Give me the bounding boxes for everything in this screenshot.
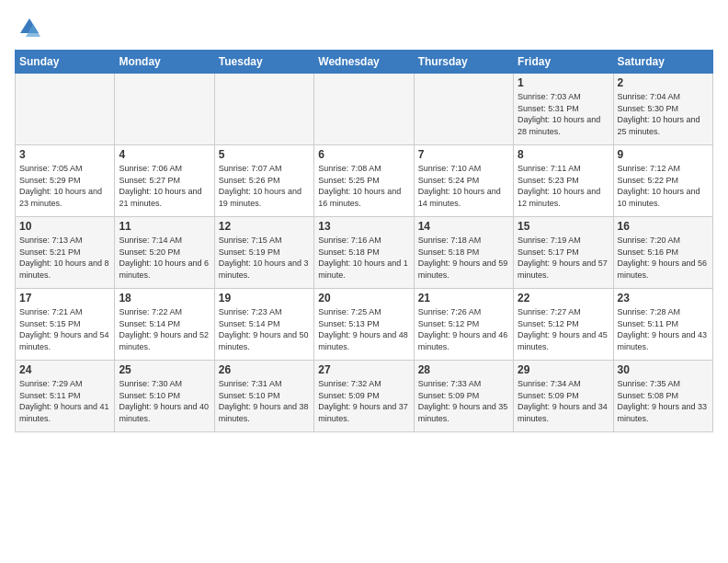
day-info: Sunrise: 7:04 AM Sunset: 5:30 PM Dayligh…: [618, 91, 709, 137]
day-info: Sunrise: 7:26 AM Sunset: 5:12 PM Dayligh…: [418, 306, 509, 352]
day-cell: 11Sunrise: 7:14 AM Sunset: 5:20 PM Dayli…: [115, 217, 214, 289]
header-monday: Monday: [115, 51, 214, 74]
day-cell: 21Sunrise: 7:26 AM Sunset: 5:12 PM Dayli…: [414, 289, 513, 361]
day-info: Sunrise: 7:31 AM Sunset: 5:10 PM Dayligh…: [219, 378, 310, 424]
day-info: Sunrise: 7:10 AM Sunset: 5:24 PM Dayligh…: [418, 163, 509, 209]
day-number: 4: [119, 148, 210, 161]
day-cell: 13Sunrise: 7:16 AM Sunset: 5:18 PM Dayli…: [314, 217, 414, 289]
day-info: Sunrise: 7:35 AM Sunset: 5:08 PM Dayligh…: [618, 378, 709, 424]
day-cell: 3Sunrise: 7:05 AM Sunset: 5:29 PM Daylig…: [16, 145, 115, 217]
header-friday: Friday: [514, 51, 613, 74]
day-number: 28: [418, 363, 509, 376]
day-cell: 19Sunrise: 7:23 AM Sunset: 5:14 PM Dayli…: [214, 289, 313, 361]
day-cell: [314, 74, 414, 145]
day-info: Sunrise: 7:21 AM Sunset: 5:15 PM Dayligh…: [19, 306, 110, 352]
day-cell: 20Sunrise: 7:25 AM Sunset: 5:13 PM Dayli…: [314, 289, 414, 361]
header: [15, 15, 713, 40]
day-cell: 29Sunrise: 7:34 AM Sunset: 5:09 PM Dayli…: [514, 361, 613, 432]
day-info: Sunrise: 7:05 AM Sunset: 5:29 PM Dayligh…: [19, 163, 110, 209]
day-cell: [414, 74, 513, 145]
day-number: 25: [119, 363, 210, 376]
day-number: 1: [518, 76, 609, 89]
day-number: 2: [618, 76, 709, 89]
day-cell: [16, 74, 115, 145]
day-number: 29: [518, 363, 609, 376]
day-cell: 5Sunrise: 7:07 AM Sunset: 5:26 PM Daylig…: [214, 145, 313, 217]
day-number: 7: [418, 148, 509, 161]
day-cell: 2Sunrise: 7:04 AM Sunset: 5:30 PM Daylig…: [613, 74, 712, 145]
day-info: Sunrise: 7:16 AM Sunset: 5:18 PM Dayligh…: [318, 235, 409, 281]
logo: [15, 15, 44, 40]
day-number: 3: [19, 148, 110, 161]
day-number: 14: [418, 220, 509, 233]
day-cell: 24Sunrise: 7:29 AM Sunset: 5:11 PM Dayli…: [16, 361, 115, 432]
day-cell: 18Sunrise: 7:22 AM Sunset: 5:14 PM Dayli…: [115, 289, 214, 361]
day-number: 21: [418, 292, 509, 304]
day-cell: 30Sunrise: 7:35 AM Sunset: 5:08 PM Dayli…: [613, 361, 712, 432]
day-info: Sunrise: 7:34 AM Sunset: 5:09 PM Dayligh…: [518, 378, 609, 424]
day-cell: 10Sunrise: 7:13 AM Sunset: 5:21 PM Dayli…: [16, 217, 115, 289]
header-saturday: Saturday: [613, 51, 712, 74]
header-row: SundayMondayTuesdayWednesdayThursdayFrid…: [16, 51, 713, 74]
day-number: 17: [19, 292, 110, 304]
day-cell: 26Sunrise: 7:31 AM Sunset: 5:10 PM Dayli…: [214, 361, 313, 432]
day-number: 30: [618, 363, 709, 376]
day-cell: 4Sunrise: 7:06 AM Sunset: 5:27 PM Daylig…: [115, 145, 214, 217]
day-number: 6: [318, 148, 409, 161]
day-cell: 14Sunrise: 7:18 AM Sunset: 5:18 PM Dayli…: [414, 217, 513, 289]
day-info: Sunrise: 7:33 AM Sunset: 5:09 PM Dayligh…: [418, 378, 509, 424]
day-info: Sunrise: 7:06 AM Sunset: 5:27 PM Dayligh…: [119, 163, 210, 209]
day-info: Sunrise: 7:23 AM Sunset: 5:14 PM Dayligh…: [219, 306, 310, 352]
day-number: 15: [518, 220, 609, 233]
day-cell: 7Sunrise: 7:10 AM Sunset: 5:24 PM Daylig…: [414, 145, 513, 217]
day-number: 16: [618, 220, 709, 233]
day-info: Sunrise: 7:15 AM Sunset: 5:19 PM Dayligh…: [219, 235, 310, 281]
week-row-3: 17Sunrise: 7:21 AM Sunset: 5:15 PM Dayli…: [16, 289, 713, 361]
day-number: 13: [318, 220, 409, 233]
week-row-4: 24Sunrise: 7:29 AM Sunset: 5:11 PM Dayli…: [16, 361, 713, 432]
day-info: Sunrise: 7:20 AM Sunset: 5:16 PM Dayligh…: [618, 235, 709, 281]
day-info: Sunrise: 7:27 AM Sunset: 5:12 PM Dayligh…: [518, 306, 609, 352]
day-info: Sunrise: 7:08 AM Sunset: 5:25 PM Dayligh…: [318, 163, 409, 209]
day-cell: 8Sunrise: 7:11 AM Sunset: 5:23 PM Daylig…: [514, 145, 613, 217]
week-row-0: 1Sunrise: 7:03 AM Sunset: 5:31 PM Daylig…: [16, 74, 713, 145]
day-cell: 15Sunrise: 7:19 AM Sunset: 5:17 PM Dayli…: [514, 217, 613, 289]
day-number: 19: [219, 292, 310, 304]
calendar-table: SundayMondayTuesdayWednesdayThursdayFrid…: [15, 50, 713, 432]
day-number: 22: [518, 292, 609, 304]
header-wednesday: Wednesday: [314, 51, 414, 74]
day-info: Sunrise: 7:18 AM Sunset: 5:18 PM Dayligh…: [418, 235, 509, 281]
day-info: Sunrise: 7:32 AM Sunset: 5:09 PM Dayligh…: [318, 378, 409, 424]
day-number: 24: [19, 363, 110, 376]
week-row-1: 3Sunrise: 7:05 AM Sunset: 5:29 PM Daylig…: [16, 145, 713, 217]
day-number: 5: [219, 148, 310, 161]
day-cell: 9Sunrise: 7:12 AM Sunset: 5:22 PM Daylig…: [613, 145, 712, 217]
page: SundayMondayTuesdayWednesdayThursdayFrid…: [0, 0, 728, 440]
day-cell: 1Sunrise: 7:03 AM Sunset: 5:31 PM Daylig…: [514, 74, 613, 145]
day-number: 26: [219, 363, 310, 376]
week-row-2: 10Sunrise: 7:13 AM Sunset: 5:21 PM Dayli…: [16, 217, 713, 289]
day-info: Sunrise: 7:11 AM Sunset: 5:23 PM Dayligh…: [518, 163, 609, 209]
day-number: 11: [119, 220, 210, 233]
day-info: Sunrise: 7:12 AM Sunset: 5:22 PM Dayligh…: [618, 163, 709, 209]
header-tuesday: Tuesday: [214, 51, 313, 74]
day-number: 18: [119, 292, 210, 304]
day-cell: 23Sunrise: 7:28 AM Sunset: 5:11 PM Dayli…: [613, 289, 712, 361]
day-number: 10: [19, 220, 110, 233]
day-info: Sunrise: 7:19 AM Sunset: 5:17 PM Dayligh…: [518, 235, 609, 281]
day-number: 8: [518, 148, 609, 161]
day-info: Sunrise: 7:22 AM Sunset: 5:14 PM Dayligh…: [119, 306, 210, 352]
day-cell: 6Sunrise: 7:08 AM Sunset: 5:25 PM Daylig…: [314, 145, 414, 217]
day-cell: 27Sunrise: 7:32 AM Sunset: 5:09 PM Dayli…: [314, 361, 414, 432]
day-info: Sunrise: 7:13 AM Sunset: 5:21 PM Dayligh…: [19, 235, 110, 281]
day-number: 12: [219, 220, 310, 233]
logo-icon: [15, 15, 40, 40]
day-info: Sunrise: 7:03 AM Sunset: 5:31 PM Dayligh…: [518, 91, 609, 137]
day-cell: 25Sunrise: 7:30 AM Sunset: 5:10 PM Dayli…: [115, 361, 214, 432]
day-info: Sunrise: 7:14 AM Sunset: 5:20 PM Dayligh…: [119, 235, 210, 281]
header-thursday: Thursday: [414, 51, 513, 74]
day-cell: 22Sunrise: 7:27 AM Sunset: 5:12 PM Dayli…: [514, 289, 613, 361]
day-info: Sunrise: 7:28 AM Sunset: 5:11 PM Dayligh…: [618, 306, 709, 352]
day-cell: [115, 74, 214, 145]
day-number: 9: [618, 148, 709, 161]
